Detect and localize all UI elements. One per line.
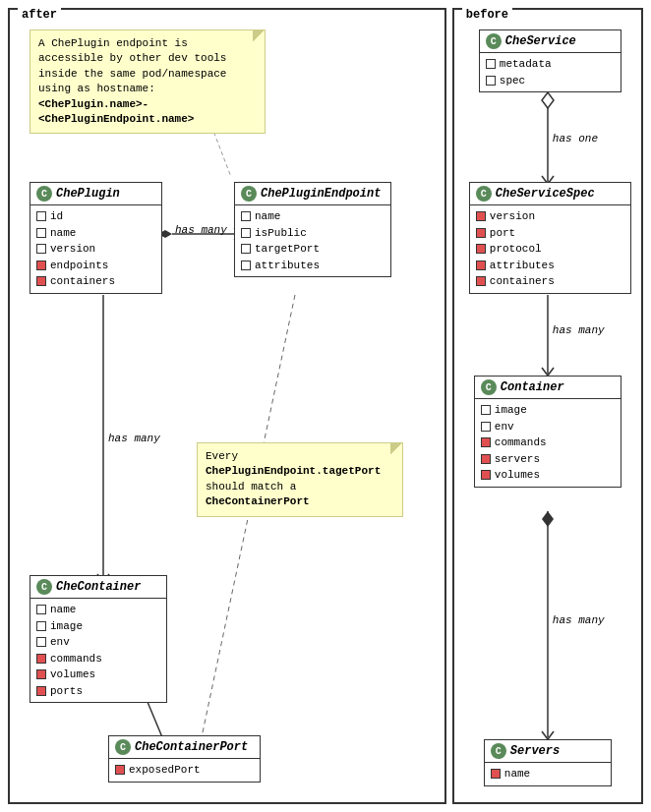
che-plugin-body: id name version endpoints containers [30, 205, 161, 293]
srv-field-name: name [491, 766, 605, 783]
ss-field-label-version: version [490, 208, 535, 225]
che-plugin-name: ChePlugin [56, 187, 120, 201]
note2-text2: should match a [206, 481, 296, 493]
che-service-icon: C [486, 33, 502, 49]
che-service-name: CheService [505, 34, 576, 48]
ss-field-attributes: attributes [476, 258, 624, 274]
field-icon-name [36, 228, 46, 238]
con-field-label-image: image [495, 402, 527, 419]
field-label-id: id [50, 208, 63, 225]
che-service-body: metadata spec [480, 53, 621, 91]
servers-icon: C [491, 743, 506, 759]
che-container-port-name: CheContainerPort [135, 740, 248, 754]
cs-field-icon-metadata [486, 59, 496, 69]
has-many-plugin-label: has many [175, 224, 227, 236]
con-field-icon-servers [481, 454, 491, 464]
che-plugin-endpoint-icon: C [241, 186, 257, 202]
ss-field-label-containers: containers [490, 273, 555, 290]
con-field-icon-volumes [481, 470, 491, 480]
field-endpoints: endpoints [36, 258, 155, 274]
che-plugin-endpoint-box: C ChePluginEndpoint name isPublic target… [234, 182, 391, 277]
field-label-version: version [50, 241, 95, 258]
before-label: before [462, 8, 512, 24]
che-service-spec-icon: C [476, 186, 492, 202]
srv-field-icon-name [491, 769, 501, 779]
cc-field-label-commands: commands [50, 651, 102, 667]
ccp-field-icon-exposedport [115, 765, 125, 775]
ss-field-icon-attributes [476, 261, 486, 270]
ep-field-label-attributes: attributes [255, 258, 320, 274]
ccp-field-label-exposedport: exposedPort [129, 762, 201, 779]
con-field-label-servers: servers [495, 451, 540, 468]
ccp-field-exposedport: exposedPort [115, 762, 254, 779]
ep-field-attributes: attributes [241, 258, 385, 274]
che-container-port-box: C CheContainerPort exposedPort [108, 735, 261, 783]
che-container-header: C CheContainer [30, 576, 166, 599]
che-service-spec-name: CheServiceSpec [496, 187, 595, 201]
ss-field-icon-containers [476, 276, 486, 286]
note2-bold2: CheContainerPort [206, 495, 310, 507]
cc-field-icon-name [36, 605, 46, 614]
ss-field-icon-port [476, 228, 486, 238]
con-field-icon-commands [481, 437, 491, 447]
che-plugin-box: C ChePlugin id name version end [30, 182, 162, 294]
cc-field-label-name: name [50, 602, 76, 618]
field-containers: containers [36, 273, 155, 290]
servers-name: Servers [510, 744, 560, 758]
che-container-icon: C [36, 579, 52, 595]
note2-text1: Every [206, 450, 238, 462]
field-version: version [36, 241, 155, 258]
cs-field-spec: spec [486, 73, 615, 89]
cc-field-volumes: volumes [36, 667, 160, 683]
cc-field-label-volumes: volumes [50, 667, 95, 683]
ss-field-label-port: port [490, 225, 515, 242]
che-plugin-icon: C [36, 186, 52, 202]
cc-field-env: env [36, 634, 160, 651]
che-plugin-endpoint-body: name isPublic targetPort attributes [235, 205, 390, 276]
che-container-port-header: C CheContainerPort [109, 736, 260, 759]
field-id: id [36, 208, 155, 225]
field-icon-endpoints [36, 261, 46, 270]
ep-field-label-targetport: targetPort [255, 241, 320, 258]
ss-field-protocol: protocol [476, 241, 624, 258]
che-service-spec-body: version port protocol attributes contain… [470, 205, 630, 293]
cc-field-label-env: env [50, 634, 70, 651]
before-panel: before has one has many [452, 8, 643, 804]
che-container-port-body: exposedPort [109, 759, 260, 782]
note2: Every ChePluginEndpoint.tagetPort should… [197, 442, 403, 517]
cc-field-image: image [36, 618, 160, 635]
che-service-header: C CheService [480, 30, 621, 53]
servers-body: name [485, 763, 611, 785]
field-icon-containers [36, 276, 46, 286]
srv-field-label-name: name [504, 766, 530, 783]
che-plugin-header: C ChePlugin [30, 183, 161, 205]
ep-field-label-name: name [255, 208, 280, 225]
cs-field-icon-spec [486, 76, 496, 86]
svg-line-20 [542, 731, 548, 739]
after-panel: after A ChePlugin [8, 8, 446, 804]
ep-field-name: name [241, 208, 385, 225]
ep-field-icon-targetport [241, 244, 251, 254]
has-many-servers-label: has many [553, 614, 605, 626]
cc-field-icon-env [36, 637, 46, 647]
ep-field-icon-ispublic [241, 228, 251, 238]
servers-box: C Servers name [484, 739, 612, 786]
ep-field-icon-attributes [241, 261, 251, 270]
cc-field-label-image: image [50, 618, 83, 635]
svg-line-16 [542, 368, 548, 376]
che-container-body: name image env commands volumes [30, 599, 166, 702]
servers-header: C Servers [485, 740, 611, 763]
che-container-port-icon: C [115, 739, 131, 755]
cc-field-icon-commands [36, 654, 46, 664]
field-label-name: name [50, 225, 76, 242]
container-name: Container [501, 380, 564, 394]
ss-field-version: version [476, 208, 624, 225]
cc-field-ports: ports [36, 683, 160, 700]
container-box: C Container image env commands [474, 376, 621, 488]
che-service-spec-header: C CheServiceSpec [470, 183, 630, 205]
note2-bold1: ChePluginEndpoint.tagetPort [206, 465, 381, 477]
con-field-commands: commands [481, 435, 615, 451]
che-plugin-endpoint-header: C ChePluginEndpoint [235, 183, 390, 205]
note1: A ChePlugin endpoint is accessible by ot… [30, 29, 266, 134]
cc-field-icon-ports [36, 686, 46, 696]
